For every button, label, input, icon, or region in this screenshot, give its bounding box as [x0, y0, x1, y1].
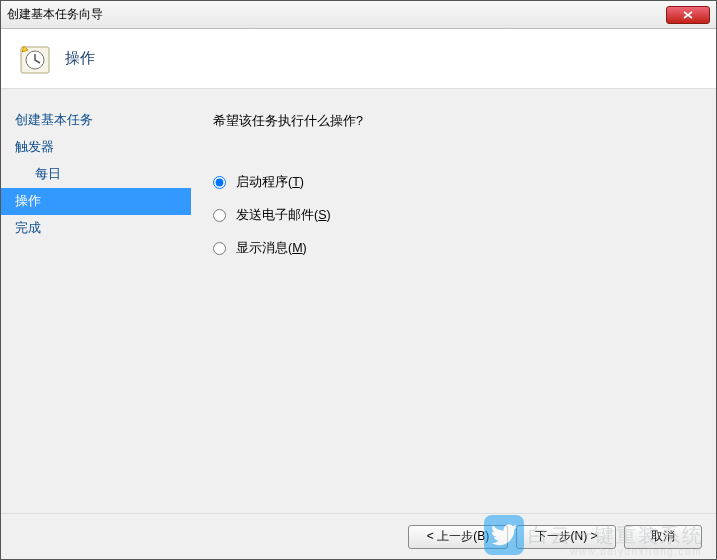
cancel-button[interactable]: 取消: [624, 525, 702, 549]
sidebar-item-3[interactable]: 操作: [1, 188, 191, 215]
page-title: 操作: [65, 49, 95, 68]
next-button[interactable]: 下一步(N) >: [516, 525, 616, 549]
wizard-body: 创建基本任务触发器每日操作完成 希望该任务执行什么操作? 启动程序(T)发送电子…: [1, 89, 716, 513]
radio-1[interactable]: [213, 209, 226, 222]
clock-icon: [19, 43, 51, 75]
footer: < 上一步(B) 下一步(N) > 取消 白云一键重装系统 www.baiyun…: [1, 513, 716, 559]
radio-0[interactable]: [213, 176, 226, 189]
radio-row-0: 启动程序(T): [213, 166, 694, 199]
radio-label-1[interactable]: 发送电子邮件(S): [236, 207, 331, 224]
radio-group: 启动程序(T)发送电子邮件(S)显示消息(M): [213, 166, 694, 265]
question-text: 希望该任务执行什么操作?: [213, 113, 694, 130]
content-panel: 希望该任务执行什么操作? 启动程序(T)发送电子邮件(S)显示消息(M): [191, 89, 716, 513]
radio-row-2: 显示消息(M): [213, 232, 694, 265]
radio-label-2[interactable]: 显示消息(M): [236, 240, 307, 257]
titlebar: 创建基本任务向导: [1, 1, 716, 29]
sidebar-item-4[interactable]: 完成: [1, 215, 191, 242]
radio-2[interactable]: [213, 242, 226, 255]
window-title: 创建基本任务向导: [7, 6, 103, 23]
wizard-header: 操作: [1, 29, 716, 89]
radio-label-0[interactable]: 启动程序(T): [236, 174, 304, 191]
back-button[interactable]: < 上一步(B): [408, 525, 508, 549]
close-button[interactable]: [666, 6, 710, 24]
sidebar: 创建基本任务触发器每日操作完成: [1, 89, 191, 513]
radio-row-1: 发送电子邮件(S): [213, 199, 694, 232]
sidebar-item-1[interactable]: 触发器: [1, 134, 191, 161]
sidebar-item-2[interactable]: 每日: [1, 161, 191, 188]
sidebar-item-0[interactable]: 创建基本任务: [1, 107, 191, 134]
wizard-window: 创建基本任务向导 操作 创建基本任务触发器每日操作完成 希望该任务执行什么操作?…: [0, 0, 717, 560]
